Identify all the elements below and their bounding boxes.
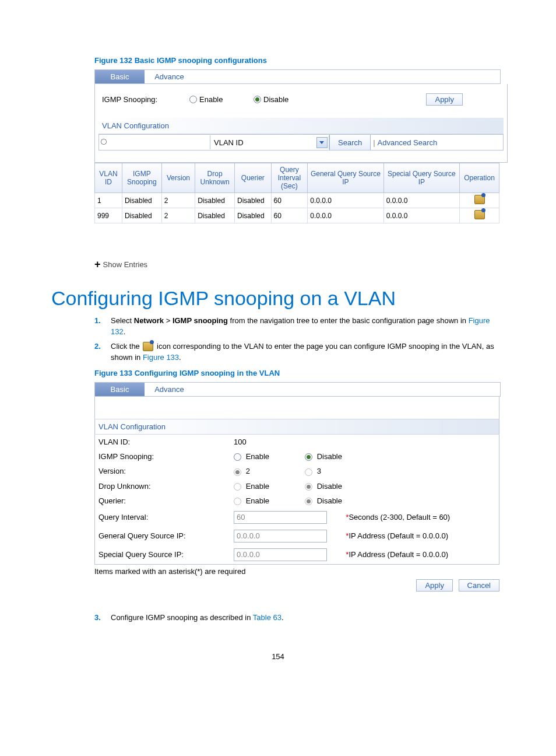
figure-132-caption: Figure 132 Basic IGMP snooping configura… [94, 56, 505, 65]
vlan-id-value: 100 [230, 435, 499, 450]
vlan-table: VLAN ID IGMP Snooping Version Drop Unkno… [94, 163, 499, 223]
required-note: Items marked with an asterisk(*) are req… [94, 567, 505, 576]
advanced-search-link[interactable]: Advanced Search [378, 138, 438, 147]
step-3-text: Configure IGMP snooping as described in … [111, 612, 505, 624]
general-query-input[interactable] [234, 530, 327, 542]
figure-133-caption: Figure 133 Configuring IGMP snooping in … [94, 369, 505, 377]
query-interval-hint: Seconds (2-300, Default = 60) [349, 513, 450, 522]
radio-disable-snoop[interactable]: Disable [305, 452, 342, 461]
cancel-button[interactable]: Cancel [459, 579, 499, 592]
figure-133-link[interactable]: Figure 133 [143, 353, 179, 362]
special-query-label: Special Query Source IP: [95, 545, 231, 565]
tab-basic[interactable]: Basic [95, 70, 145, 83]
radio-version-2[interactable]: 2 [234, 467, 250, 475]
plus-icon: + [94, 258, 101, 271]
igmp-snooping-label: IGMP Snooping: [98, 95, 189, 104]
query-interval-input[interactable] [234, 511, 327, 524]
search-field-dropdown[interactable]: VLAN ID [210, 135, 329, 149]
tab-row-basic: Basic Advance [94, 69, 501, 84]
general-query-label: General Query Source IP: [95, 527, 231, 545]
vlan-id-label: VLAN ID: [95, 435, 231, 450]
tab-advance[interactable]: Advance [145, 383, 194, 396]
special-query-input[interactable] [234, 548, 327, 561]
radio-disable[interactable]: Disable [254, 95, 358, 104]
search-input[interactable] [99, 135, 210, 150]
tab-row-basic-2: Basic Advance [94, 382, 501, 397]
radio-disable-querier[interactable]: Disable [305, 496, 342, 505]
vlan-config-title: VLAN Configuration [98, 118, 504, 134]
igmp-snooping-label-2: IGMP Snooping: [95, 449, 231, 464]
edit-icon [143, 342, 153, 351]
page-number: 154 [51, 652, 505, 661]
radio-enable-snoop[interactable]: Enable [234, 452, 269, 461]
vlan-config-title-2: VLAN Configuration [95, 419, 499, 435]
radio-enable-drop[interactable]: Enable [234, 482, 269, 491]
search-button[interactable]: Search [329, 135, 371, 150]
step-number: 2. [94, 341, 111, 363]
query-interval-label: Query Interval: [95, 508, 231, 527]
show-entries-toggle[interactable]: + Show Entries [94, 258, 505, 271]
tab-advance[interactable]: Advance [145, 70, 194, 83]
querier-label: Querier: [95, 494, 231, 508]
radio-enable[interactable]: Enable [189, 95, 254, 104]
apply-button-2[interactable]: Apply [416, 579, 453, 592]
version-label: Version: [95, 464, 231, 478]
radio-enable-querier[interactable]: Enable [234, 496, 269, 505]
table-row: 999 Disabled 2 Disabled Disabled 60 0.0.… [95, 208, 499, 223]
tab-basic[interactable]: Basic [95, 383, 145, 396]
chevron-down-icon [316, 137, 328, 148]
step-number: 1. [94, 316, 111, 338]
edit-icon[interactable] [474, 210, 485, 219]
edit-icon[interactable] [474, 195, 485, 204]
radio-disable-drop[interactable]: Disable [305, 482, 342, 491]
table-row: 1 Disabled 2 Disabled Disabled 60 0.0.0.… [95, 193, 499, 208]
drop-unknown-label: Drop Unknown: [95, 479, 231, 494]
apply-button[interactable]: Apply [426, 93, 463, 106]
page-title: Configuring IGMP snooping on a VLAN [51, 287, 505, 310]
step-2-text: Click the icon corresponding to the VLAN… [111, 341, 505, 363]
general-query-hint: IP Address (Default = 0.0.0.0) [349, 531, 448, 540]
radio-version-3[interactable]: 3 [305, 467, 321, 475]
table-63-link[interactable]: Table 63 [253, 613, 281, 622]
step-number: 3. [94, 612, 111, 624]
special-query-hint: IP Address (Default = 0.0.0.0) [349, 550, 448, 559]
step-1-text: Select Network > IGMP snooping from the … [111, 316, 505, 338]
